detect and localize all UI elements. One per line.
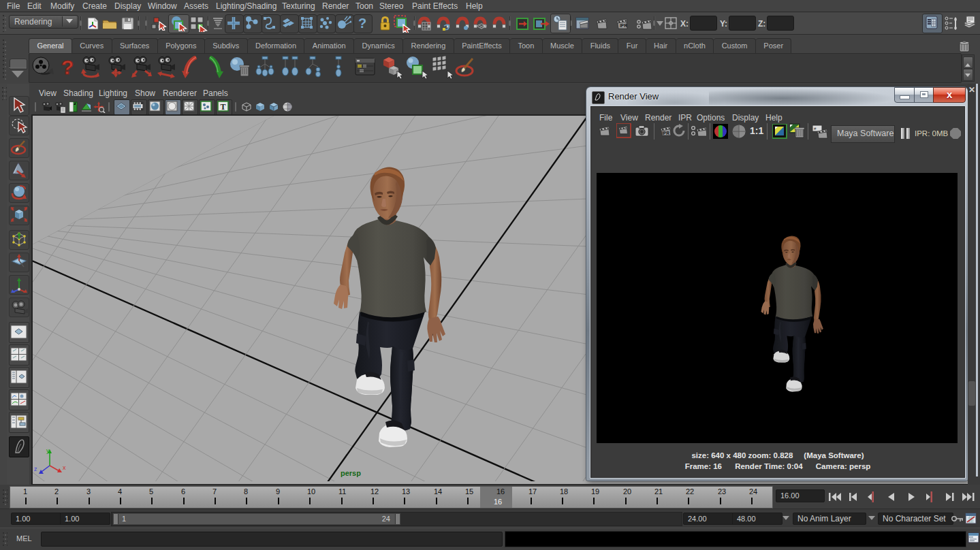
svg-text:z: z bbox=[34, 466, 37, 472]
svg-text:IPR: IPR bbox=[662, 131, 669, 135]
svg-text:?: ? bbox=[61, 56, 74, 78]
svg-text:x: x bbox=[63, 464, 66, 471]
svg-text:y: y bbox=[46, 447, 50, 454]
svg-text:?: ? bbox=[358, 16, 366, 31]
svg-text:IPR: IPR bbox=[620, 23, 627, 28]
svg-text:T: T bbox=[221, 102, 226, 112]
